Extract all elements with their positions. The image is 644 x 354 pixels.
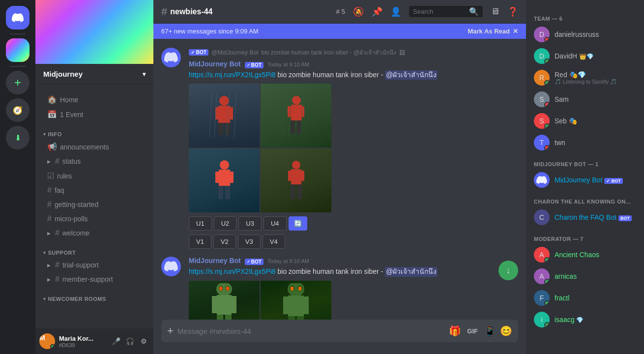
member-status-fractl	[544, 300, 550, 306]
header-search[interactable]: 🔍	[409, 6, 483, 17]
hash-icon-faq: #	[47, 186, 52, 195]
gift-icon[interactable]: 🎁	[449, 325, 461, 337]
channel-micro-polls[interactable]: # micro-polls	[39, 212, 149, 226]
newcomer-category-label: NEWCOMER ROOMS	[48, 296, 106, 302]
inbox-icon[interactable]: 🖥	[491, 6, 499, 17]
svg-rect-44	[303, 296, 309, 314]
channel-announcements[interactable]: 📢 announcements	[39, 140, 149, 154]
discord-home-button[interactable]	[6, 6, 29, 30]
member-info-sam: Sam	[555, 95, 569, 103]
user-status-dot	[50, 344, 55, 349]
notification-mute-icon[interactable]: 🔕	[353, 6, 364, 17]
members-icon[interactable]: 👤	[390, 6, 401, 17]
user-info: Maria Kor... #D639	[59, 335, 106, 348]
mark-as-read-button[interactable]: Mark As Read ✕	[468, 28, 519, 35]
channel-member-support[interactable]: ▸ # member-support	[39, 272, 149, 286]
emoji-icon[interactable]: 😊	[500, 325, 512, 337]
apps-icon[interactable]: 📱	[484, 325, 496, 337]
chat-messages: ✓ BOT @MidJourney Bot bio zombie human t…	[153, 39, 526, 320]
u3-button[interactable]: U3	[238, 216, 262, 231]
support-category[interactable]: ▾ SUPPORT	[35, 248, 153, 258]
member-mj-bot[interactable]: MidJourney Bot ✓ BOT	[530, 169, 640, 191]
member-avatar-mj-bot	[534, 172, 550, 188]
member-seb[interactable]: S Seb 🎭	[530, 110, 640, 132]
midjourney-server-icon[interactable]	[6, 38, 29, 62]
member-info-mj-bot: MidJourney Bot ✓ BOT	[555, 176, 623, 184]
home-nav-item[interactable]: 🏠 Home	[39, 92, 149, 107]
help-icon[interactable]: ❓	[507, 6, 518, 17]
svg-line-9	[234, 93, 236, 138]
svg-rect-43	[283, 296, 289, 314]
v2-button[interactable]: V2	[213, 235, 236, 249]
new-messages-bar[interactable]: 67+ new messages since 9:09 AM Mark As R…	[153, 24, 526, 39]
member-twn[interactable]: T twn	[530, 132, 640, 153]
server-name-bar[interactable]: Midjourney ▾	[35, 64, 153, 85]
u1-button[interactable]: U1	[189, 216, 212, 231]
channel-getting-started[interactable]: # getting-started	[39, 198, 149, 211]
svg-rect-28	[300, 171, 304, 181]
member-fractl[interactable]: F fractl	[530, 287, 640, 309]
newcomer-section: ▾ NEWCOMER ROOMS	[35, 294, 153, 304]
channel-trial-support[interactable]: ▸ # trial-support	[39, 258, 149, 272]
info-category[interactable]: ▾ INFO	[35, 129, 153, 139]
member-status-ancient	[544, 257, 550, 263]
explore-server-button[interactable]: 🧭	[6, 98, 29, 122]
server-name: Midjourney	[43, 70, 83, 78]
member-red[interactable]: R Red 🎭💎 🎵 Listening to Spotify 🎵	[530, 67, 640, 88]
channel-name-header: # newbies-44	[161, 5, 213, 18]
channel-rules[interactable]: ☑ rules	[39, 169, 149, 183]
member-name-seb: Seb 🎭	[555, 117, 577, 125]
search-input[interactable]	[413, 8, 466, 15]
newcomer-arrow: ▾	[43, 296, 46, 301]
pin-icon[interactable]: 📌	[372, 6, 382, 17]
member-danielrussruss[interactable]: D danielrussruss	[530, 24, 640, 45]
hash-icon: #	[55, 157, 59, 166]
add-file-button[interactable]: +	[167, 320, 174, 342]
rainy-figure-4	[261, 148, 331, 212]
channel-faq[interactable]: # faq	[39, 183, 149, 197]
member-ancient-chaos[interactable]: A Ancient Chaos	[530, 244, 640, 266]
server-banner	[35, 0, 153, 64]
event-label: 1 Event	[60, 111, 83, 118]
channel-hash: #	[161, 5, 167, 18]
message-text-1: https://s.mj.run/PX2ILgx5Pi8 bio zombie …	[189, 70, 518, 80]
member-charon[interactable]: C Charon the FAQ Bot BOT	[530, 206, 640, 228]
microphone-button[interactable]: 🎤	[110, 335, 122, 347]
member-avatar-fractl: F	[534, 290, 550, 306]
channel-label: rules	[57, 172, 72, 180]
server-dropdown-icon: ▾	[143, 71, 146, 78]
red-badges: 🎭💎	[569, 71, 586, 79]
scroll-to-bottom-button[interactable]: ↓	[498, 261, 518, 280]
channel-status[interactable]: ▸ # status	[39, 154, 149, 168]
svg-rect-15	[297, 120, 301, 134]
download-button[interactable]: ⬇	[6, 126, 29, 149]
svg-point-39	[219, 287, 222, 291]
member-davidh[interactable]: D DavidH 👑💎	[530, 45, 640, 67]
v1-button[interactable]: V1	[189, 235, 211, 249]
u2-button[interactable]: U2	[214, 216, 237, 231]
v4-button[interactable]: V4	[263, 235, 285, 249]
member-name-fractl: fractl	[555, 294, 569, 302]
member-arnicas[interactable]: A arnicas	[530, 266, 640, 287]
svg-point-49	[291, 287, 293, 291]
message-link-1[interactable]: https://s.mj.run/PX2ILgx5Pi8	[189, 71, 276, 79]
refresh-button[interactable]: 🔄	[289, 216, 307, 231]
headset-button[interactable]: 🎧	[124, 335, 136, 347]
member-sam[interactable]: S Sam	[530, 88, 640, 110]
svg-rect-19	[220, 160, 229, 170]
message-input[interactable]	[177, 322, 445, 341]
event-nav-item[interactable]: 📅 1 Event	[39, 107, 149, 121]
add-server-button[interactable]: +	[6, 71, 29, 94]
settings-button[interactable]: ⚙	[138, 335, 149, 347]
newcomer-category[interactable]: ▾ NEWCOMER ROOMS	[35, 294, 153, 304]
channel-welcome[interactable]: ▸ # welcome	[39, 226, 149, 240]
u4-button[interactable]: U4	[263, 216, 287, 231]
member-isaacg[interactable]: i isaacg 💎	[530, 309, 640, 330]
message-link-2[interactable]: https://s.mj.run/PX2ILgx5Pi8	[189, 267, 276, 275]
member-info-twn: twn	[555, 139, 565, 147]
bot-notification: ✓ BOT @MidJourney Bot bio zombie human t…	[189, 48, 518, 57]
nav-section: 🏠 Home 📅 1 Event	[35, 92, 153, 121]
gif-button[interactable]: GIF	[465, 326, 480, 336]
message-avatar-2	[161, 257, 181, 276]
v3-button[interactable]: V3	[238, 235, 261, 249]
